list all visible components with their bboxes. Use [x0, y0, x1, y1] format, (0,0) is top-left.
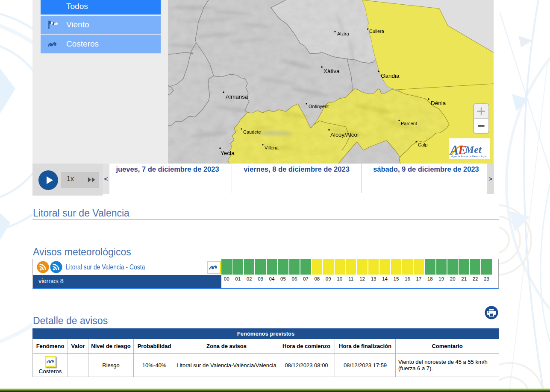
- svg-text:Almansa: Almansa: [226, 94, 248, 100]
- svg-text:Alzira: Alzira: [337, 31, 349, 36]
- svg-text:Xàtiva: Xàtiva: [324, 68, 340, 74]
- svg-text:Villena: Villena: [265, 145, 279, 150]
- svg-text:Dénia: Dénia: [431, 100, 446, 106]
- svg-text:Gandia: Gandia: [381, 73, 400, 79]
- svg-text:Met: Met: [465, 144, 482, 155]
- svg-text:Parcent: Parcent: [401, 121, 417, 126]
- svg-text:Calp: Calp: [418, 142, 428, 147]
- svg-text:Caudete: Caudete: [243, 129, 261, 135]
- svg-text:Ontinyent: Ontinyent: [309, 104, 329, 109]
- svg-text:Agencia Estatal de Meteorologí: Agencia Estatal de Meteorología: [451, 155, 487, 158]
- svg-text:Cullera: Cullera: [369, 29, 385, 34]
- svg-text:Alcoy/Alcoi: Alcoy/Alcoi: [330, 132, 359, 138]
- svg-text:Yecla: Yecla: [221, 150, 235, 156]
